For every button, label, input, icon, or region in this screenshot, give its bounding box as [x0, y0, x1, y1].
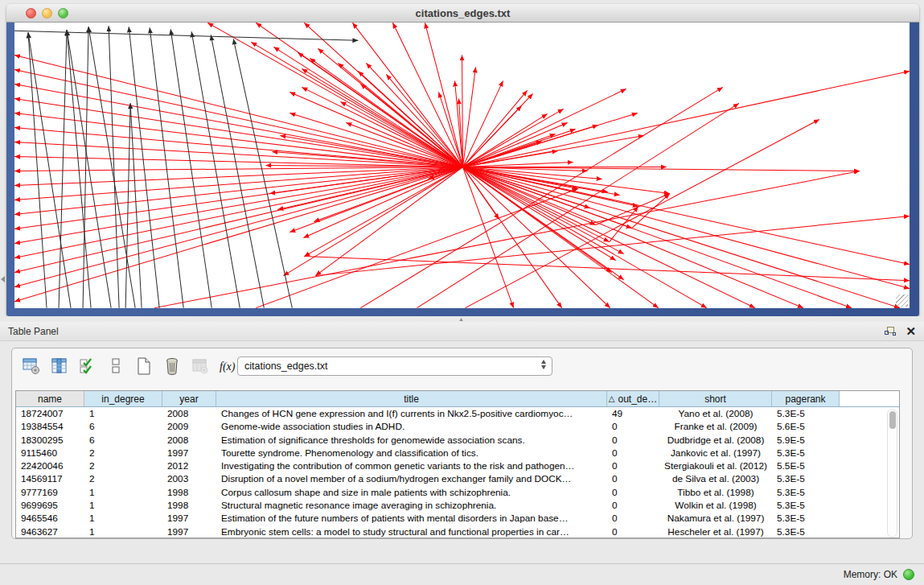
row-height-button[interactable]: [105, 355, 127, 377]
network-edge: [466, 119, 819, 307]
table-cell: 5.6E-5: [772, 420, 840, 433]
delete-table-icon: [162, 356, 182, 376]
network-graph[interactable]: [14, 23, 910, 308]
status-bar: Memory: OK: [0, 563, 924, 585]
table-row[interactable]: 977716911998Corpus callosum shape and si…: [16, 486, 899, 499]
network-edge: [352, 23, 462, 167]
row-height-icon: [106, 356, 125, 376]
table-cell: Stergiakouli et al. (2012): [659, 459, 772, 472]
table-cell: 14569117: [16, 472, 84, 485]
table-cell: 22420046: [16, 459, 84, 472]
table-cell: Franke et al. (2009): [659, 420, 772, 433]
table-cell: 5.5E-5: [772, 459, 840, 472]
table-panel-titlebar[interactable]: Table Panel ✕: [0, 322, 924, 341]
network-edge: [463, 71, 910, 167]
column-header-year[interactable]: year: [162, 391, 216, 406]
network-edge: [59, 30, 67, 307]
network-edge: [360, 87, 722, 307]
network-edge: [463, 67, 476, 167]
memory-status-label: Memory: OK: [844, 569, 897, 580]
table-cell: 0: [607, 447, 659, 459]
network-edge: [251, 42, 462, 167]
network-edge: [256, 189, 577, 308]
table-row[interactable]: 946362711997Embryonic stem cells: a mode…: [16, 525, 899, 538]
table-column-select-button[interactable]: [48, 355, 71, 377]
network-edge: [67, 30, 111, 307]
table-panel-title: Table Panel: [8, 326, 59, 337]
table-row[interactable]: 1938455462009Genome-wide association stu…: [16, 420, 899, 433]
resize-grip[interactable]: [896, 295, 908, 307]
table-cell: 2008: [162, 434, 216, 447]
table-header-row: namein_degreeyeartitle△out_de…shortpager…: [16, 391, 899, 407]
column-header-in_degree[interactable]: in_degree: [84, 391, 162, 406]
table-row[interactable]: 1830029562008Estimation of significance …: [16, 434, 899, 447]
network-canvas[interactable]: [14, 23, 910, 308]
table-cell: 2: [84, 459, 162, 472]
table-cell: Nakamura et al. (1997): [659, 512, 772, 525]
table-cell: 9463627: [16, 525, 84, 538]
import-table-disabled-button[interactable]: [189, 355, 211, 377]
select-all-check-icon: [78, 356, 97, 376]
column-header-name[interactable]: name: [16, 391, 84, 406]
table-cell: Changes of HCN gene expression and I(f) …: [216, 407, 607, 420]
close-button[interactable]: [26, 8, 36, 19]
table-cell: 49: [607, 407, 659, 420]
table-cell: Tourette syndrome. Phenomenology and cla…: [216, 447, 607, 459]
table-cell: Wolkin et al. (1998): [659, 499, 772, 512]
table-row[interactable]: 911546021997Tourette syndrome. Phenomeno…: [16, 447, 899, 459]
close-panel-icon[interactable]: ✕: [906, 326, 916, 337]
network-edge: [233, 39, 292, 307]
float-panel-icon[interactable]: [885, 327, 896, 336]
table-cell: 1: [84, 407, 162, 420]
network-edge: [463, 167, 803, 308]
column-header-pagerank[interactable]: pagerank: [772, 391, 840, 406]
split-divider[interactable]: ▲▼: [0, 316, 924, 322]
network-edge: [88, 27, 135, 307]
column-header-short[interactable]: short: [659, 391, 772, 406]
network-edge: [14, 113, 463, 167]
function-builder-button[interactable]: f(x): [217, 355, 240, 377]
column-header-out_de[interactable]: △out_de…: [607, 391, 659, 406]
table-cell: 1997: [162, 512, 216, 525]
select-all-check-button[interactable]: [76, 355, 99, 377]
table-cell: de Silva et al. (2003): [659, 472, 772, 485]
table-settings-button[interactable]: [20, 355, 43, 377]
network-edge: [463, 122, 568, 167]
control-panel-collapsed-strip[interactable]: [0, 4, 6, 316]
dropdown-stepper-icon: [541, 360, 546, 369]
table-cell: 5.9E-5: [772, 434, 840, 447]
table-cell: 5.3E-5: [772, 472, 840, 485]
table-cell: 9465546: [16, 512, 84, 525]
network-edge: [463, 167, 562, 308]
scrollbar-thumb[interactable]: [889, 411, 896, 429]
function-builder-icon: f(x): [218, 356, 239, 376]
sort-ascending-icon: △: [609, 394, 615, 403]
table-cell: 5.3E-5: [772, 499, 840, 512]
collapse-arrow-icon[interactable]: [1, 276, 5, 282]
zoom-button[interactable]: [58, 8, 68, 19]
network-edge: [83, 27, 88, 307]
table-row[interactable]: 1456911722003Disruption of a novel membe…: [16, 472, 899, 485]
table-cell: Yano et al. (2008): [659, 407, 772, 420]
table-cell: Investigating the contribution of common…: [216, 459, 607, 472]
table-cell: 6: [84, 420, 162, 433]
table-cell: 1: [84, 486, 162, 499]
table-row[interactable]: 946554611997Estimation of the future num…: [16, 512, 899, 525]
network-edge: [130, 103, 142, 307]
table-cell: 1998: [162, 486, 216, 499]
table-cell: Corpus callosum shape and size in male p…: [216, 486, 607, 499]
network-window-titlebar[interactable]: citations_edges.txt: [6, 4, 919, 23]
table-row[interactable]: 1872400712008Changes of HCN gene express…: [16, 407, 899, 420]
table-cell: 0: [607, 499, 659, 512]
table-row[interactable]: 969969511998Structural magnetic resonanc…: [16, 499, 899, 512]
vertical-scrollbar[interactable]: [887, 409, 897, 538]
column-header-title[interactable]: title: [216, 391, 607, 406]
minimize-button[interactable]: [42, 8, 52, 19]
table-cell: Genome-wide association studies in ADHD.: [216, 420, 607, 433]
table-cell: 6: [84, 434, 162, 447]
new-table-button[interactable]: [133, 355, 155, 377]
network-edge: [125, 103, 130, 307]
delete-table-button[interactable]: [161, 355, 183, 377]
table-row[interactable]: 2242004622012Investigating the contribut…: [16, 459, 899, 472]
table-selector-dropdown[interactable]: citations_edges.txt: [237, 356, 552, 376]
